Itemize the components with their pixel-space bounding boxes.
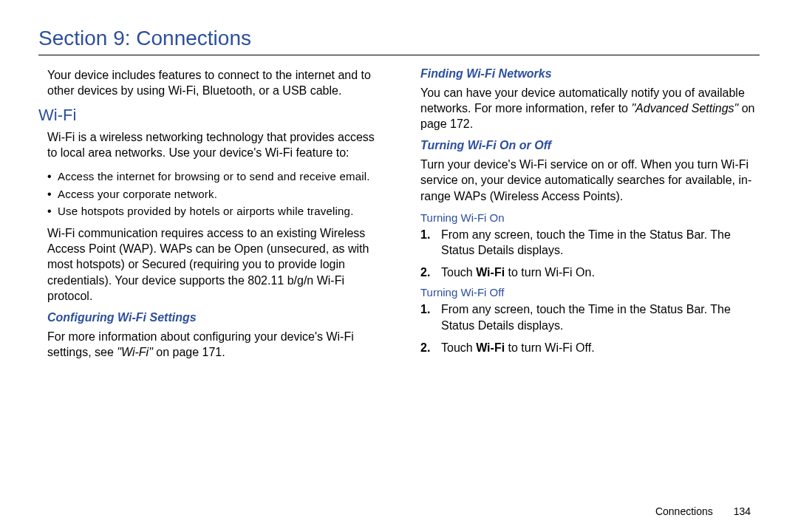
configuring-text: For more information about configuring y…: [38, 329, 386, 360]
wifi-bullets: Access the internet for browsing or to s…: [38, 168, 386, 219]
right-column: Finding Wi-Fi Networks You can have your…: [412, 67, 760, 367]
horizontal-rule: [38, 55, 760, 55]
list-item: Access your corporate network.: [47, 185, 386, 202]
list-item: Touch Wi-Fi to turn Wi-Fi On.: [420, 265, 760, 281]
cross-ref: "Wi-Fi": [117, 346, 153, 358]
finding-heading: Finding Wi-Fi Networks: [412, 67, 760, 81]
turning-off-heading: Turning Wi-Fi Off: [412, 286, 760, 299]
page-footer: Connections 134: [655, 505, 751, 517]
turning-heading: Turning Wi-Fi On or Off: [412, 139, 760, 152]
ui-label: Wi-Fi: [476, 341, 505, 354]
intro-paragraph: Your device includes features to connect…: [38, 67, 386, 98]
page-number: 134: [734, 505, 751, 517]
configuring-heading: Configuring Wi-Fi Settings: [38, 311, 386, 324]
list-item: Touch Wi-Fi to turn Wi-Fi Off.: [420, 340, 760, 356]
step-suffix: to turn Wi-Fi Off.: [505, 341, 595, 354]
turning-on-steps: From any screen, touch the Time in the S…: [412, 227, 760, 281]
wifi-heading: Wi-Fi: [38, 106, 386, 125]
left-column: Your device includes features to connect…: [38, 67, 386, 367]
footer-chapter: Connections: [655, 505, 713, 517]
step-prefix: Touch: [441, 341, 476, 354]
turning-lead: Turn your device's Wi-Fi service on or o…: [412, 157, 760, 203]
list-item: Use hotspots provided by hotels or airpo…: [47, 202, 386, 219]
cross-ref: "Advanced Settings": [631, 102, 738, 115]
step-suffix: to turn Wi-Fi On.: [505, 266, 595, 279]
list-item: From any screen, touch the Time in the S…: [420, 227, 760, 259]
wifi-lead: Wi-Fi is a wireless networking technolog…: [38, 129, 386, 160]
text-suffix: on page 171.: [153, 346, 225, 358]
turning-on-heading: Turning Wi-Fi On: [412, 211, 760, 224]
step-prefix: Touch: [441, 266, 476, 279]
list-item: From any screen, touch the Time in the S…: [420, 301, 760, 333]
section-title: Section 9: Connections: [38, 27, 760, 50]
list-item: Access the internet for browsing or to s…: [47, 168, 386, 185]
finding-text: You can have your device automatically n…: [412, 85, 760, 132]
wap-paragraph: Wi-Fi communication requires access to a…: [38, 225, 386, 304]
turning-off-steps: From any screen, touch the Time in the S…: [412, 301, 760, 355]
ui-label: Wi-Fi: [476, 266, 505, 279]
two-column-layout: Your device includes features to connect…: [38, 67, 760, 367]
